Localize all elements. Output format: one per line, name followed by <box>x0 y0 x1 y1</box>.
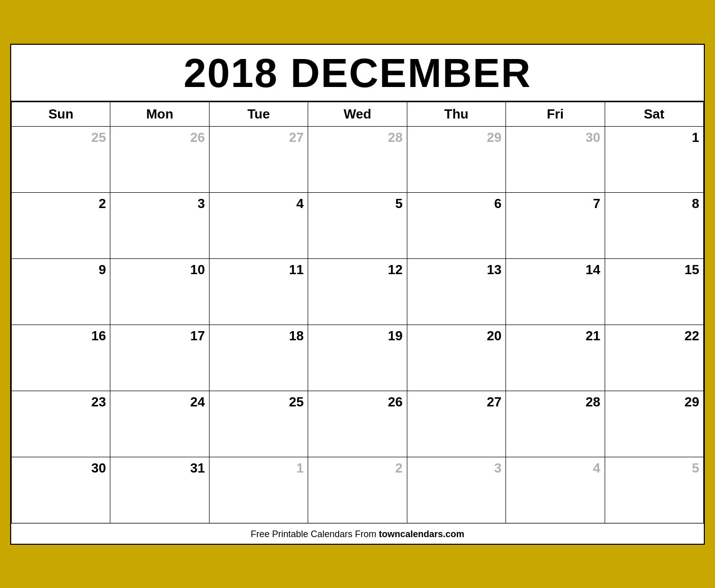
calendar-day-cell: 21 <box>506 325 605 391</box>
day-headers-row: SunMonTueWedThuFriSat <box>12 102 704 126</box>
calendar-day-cell: 13 <box>407 258 505 325</box>
calendar-week-row: 2345678 <box>12 192 704 258</box>
day-header-mon: Mon <box>110 102 209 126</box>
calendar-day-cell: 30 <box>506 126 605 192</box>
day-header-sun: Sun <box>12 102 110 126</box>
calendar-day-cell: 12 <box>308 258 407 325</box>
calendar-footer: Free Printable Calendars From towncalend… <box>11 523 704 544</box>
day-header-tue: Tue <box>209 102 308 126</box>
calendar-day-cell: 28 <box>308 126 407 192</box>
calendar-day-cell: 23 <box>12 391 110 457</box>
calendar-day-cell: 2 <box>12 192 110 258</box>
calendar-day-cell: 9 <box>12 258 110 325</box>
calendar-day-cell: 10 <box>110 258 209 325</box>
calendar-day-cell: 11 <box>209 258 308 325</box>
day-header-sat: Sat <box>605 102 703 126</box>
calendar-day-cell: 14 <box>506 258 605 325</box>
footer-text: Free Printable Calendars From <box>251 529 379 539</box>
day-header-thu: Thu <box>407 102 505 126</box>
calendar-day-cell: 19 <box>308 325 407 391</box>
footer-site: towncalendars.com <box>379 529 464 539</box>
calendar-day-cell: 4 <box>506 457 605 523</box>
calendar-day-cell: 3 <box>407 457 505 523</box>
day-header-fri: Fri <box>506 102 605 126</box>
calendar-day-cell: 8 <box>605 192 703 258</box>
calendar-day-cell: 4 <box>209 192 308 258</box>
calendar-day-cell: 28 <box>506 391 605 457</box>
calendar-day-cell: 18 <box>209 325 308 391</box>
calendar-day-cell: 30 <box>12 457 110 523</box>
calendar-week-row: 16171819202122 <box>12 325 704 391</box>
calendar-grid: SunMonTueWedThuFriSat 252627282930123456… <box>11 102 704 523</box>
calendar-day-cell: 31 <box>110 457 209 523</box>
calendar-day-cell: 7 <box>506 192 605 258</box>
calendar-inner: 2018 DECEMBER SunMonTueWedThuFriSat 2526… <box>10 44 705 545</box>
calendar-day-cell: 5 <box>605 457 703 523</box>
calendar-day-cell: 16 <box>12 325 110 391</box>
calendar-week-row: 303112345 <box>12 457 704 523</box>
calendar-day-cell: 22 <box>605 325 703 391</box>
calendar-day-cell: 27 <box>407 391 505 457</box>
calendar-day-cell: 29 <box>407 126 505 192</box>
calendar-day-cell: 25 <box>209 391 308 457</box>
calendar-day-cell: 15 <box>605 258 703 325</box>
calendar-week-row: 2526272829301 <box>12 126 704 192</box>
calendar-day-cell: 24 <box>110 391 209 457</box>
calendar-week-row: 9101112131415 <box>12 258 704 325</box>
calendar-day-cell: 17 <box>110 325 209 391</box>
day-header-wed: Wed <box>308 102 407 126</box>
calendar-day-cell: 27 <box>209 126 308 192</box>
calendar-day-cell: 29 <box>605 391 703 457</box>
calendar-day-cell: 26 <box>110 126 209 192</box>
calendar-day-cell: 1 <box>209 457 308 523</box>
calendar-body: 2526272829301234567891011121314151617181… <box>12 126 704 523</box>
calendar-day-cell: 20 <box>407 325 505 391</box>
calendar-day-cell: 6 <box>407 192 505 258</box>
calendar-day-cell: 25 <box>12 126 110 192</box>
calendar-week-row: 23242526272829 <box>12 391 704 457</box>
calendar-day-cell: 26 <box>308 391 407 457</box>
calendar-title: 2018 DECEMBER <box>11 45 704 102</box>
calendar-day-cell: 2 <box>308 457 407 523</box>
calendar-wrapper: 2018 DECEMBER SunMonTueWedThuFriSat 2526… <box>5 39 710 550</box>
calendar-day-cell: 3 <box>110 192 209 258</box>
calendar-day-cell: 1 <box>605 126 703 192</box>
calendar-day-cell: 5 <box>308 192 407 258</box>
